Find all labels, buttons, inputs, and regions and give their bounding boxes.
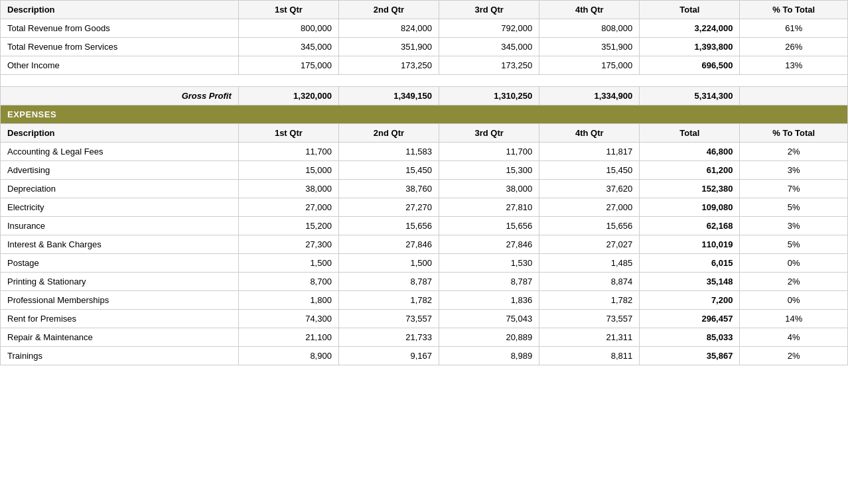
expense-desc: Printing & Stationary — [1, 273, 239, 291]
expense-desc: Rent for Premises — [1, 310, 239, 328]
exp-col-q1: 1st Qtr — [238, 124, 338, 143]
expense-q4: 1,782 — [539, 291, 640, 310]
revenue-q4: 808,000 — [539, 19, 640, 38]
revenue-pct: 13% — [740, 56, 848, 75]
expense-desc: Postage — [1, 254, 239, 273]
profit-loss-table: Description 1st Qtr 2nd Qtr 3rd Qtr 4th … — [0, 0, 848, 365]
expense-q3: 15,656 — [439, 217, 539, 235]
gross-profit-q1: 1,320,000 — [238, 87, 338, 105]
expense-q1: 74,300 — [238, 310, 338, 328]
expense-total: 7,200 — [640, 291, 740, 310]
expense-q1: 8,700 — [238, 273, 338, 291]
expense-q1: 15,000 — [238, 161, 338, 180]
revenue-header-row: Description 1st Qtr 2nd Qtr 3rd Qtr 4th … — [1, 1, 848, 19]
expense-row: Rent for Premises 74,300 73,557 75,043 7… — [1, 310, 848, 328]
gross-profit-row: Gross Profit 1,320,000 1,349,150 1,310,2… — [1, 87, 848, 105]
financial-table: Description 1st Qtr 2nd Qtr 3rd Qtr 4th … — [0, 0, 848, 365]
expense-pct: 3% — [740, 161, 848, 180]
expense-desc: Electricity — [1, 198, 239, 217]
expense-q1: 11,700 — [238, 143, 338, 161]
expense-q4: 8,811 — [539, 347, 640, 365]
gross-profit-label: Gross Profit — [1, 87, 239, 105]
expense-row: Electricity 27,000 27,270 27,810 27,000 … — [1, 198, 848, 217]
expense-q4: 21,311 — [539, 328, 640, 347]
expenses-header-row: Description 1st Qtr 2nd Qtr 3rd Qtr 4th … — [1, 124, 848, 143]
expense-pct: 0% — [740, 254, 848, 273]
expense-q2: 1,500 — [338, 254, 439, 273]
expenses-section-header: EXPENSES — [1, 105, 848, 124]
col-q4: 4th Qtr — [539, 1, 640, 19]
revenue-q3: 173,250 — [439, 56, 539, 75]
expense-desc: Professional Memberships — [1, 291, 239, 310]
expense-q3: 8,989 — [439, 347, 539, 365]
expense-total: 35,148 — [640, 273, 740, 291]
expense-desc: Accounting & Legal Fees — [1, 143, 239, 161]
revenue-row: Other Income 175,000 173,250 173,250 175… — [1, 56, 848, 75]
revenue-q3: 792,000 — [439, 19, 539, 38]
expense-total: 62,168 — [640, 217, 740, 235]
expense-row: Professional Memberships 1,800 1,782 1,8… — [1, 291, 848, 310]
expense-desc: Advertising — [1, 161, 239, 180]
empty-row — [1, 75, 848, 87]
expense-total: 85,033 — [640, 328, 740, 347]
gross-profit-pct — [740, 87, 848, 105]
revenue-desc: Total Revenue from Goods — [1, 19, 239, 38]
expense-q4: 11,817 — [539, 143, 640, 161]
expense-total: 46,800 — [640, 143, 740, 161]
expense-total: 152,380 — [640, 180, 740, 198]
expenses-label: EXPENSES — [1, 105, 848, 124]
revenue-q4: 175,000 — [539, 56, 640, 75]
expense-q2: 15,450 — [338, 161, 439, 180]
expense-q2: 27,846 — [338, 235, 439, 254]
expense-q4: 27,000 — [539, 198, 640, 217]
expense-q2: 21,733 — [338, 328, 439, 347]
expense-q2: 73,557 — [338, 310, 439, 328]
exp-col-pct: % To Total — [740, 124, 848, 143]
expense-pct: 4% — [740, 328, 848, 347]
expense-q4: 37,620 — [539, 180, 640, 198]
expense-q4: 15,450 — [539, 161, 640, 180]
expense-q2: 38,760 — [338, 180, 439, 198]
expense-total: 61,200 — [640, 161, 740, 180]
expense-q3: 27,846 — [439, 235, 539, 254]
revenue-pct: 61% — [740, 19, 848, 38]
expense-q3: 11,700 — [439, 143, 539, 161]
expense-total: 6,015 — [640, 254, 740, 273]
expense-q1: 8,900 — [238, 347, 338, 365]
exp-col-q2: 2nd Qtr — [338, 124, 439, 143]
expense-row: Depreciation 38,000 38,760 38,000 37,620… — [1, 180, 848, 198]
revenue-section: Total Revenue from Goods 800,000 824,000… — [1, 19, 848, 75]
exp-col-q3: 3rd Qtr — [439, 124, 539, 143]
exp-col-total: Total — [640, 124, 740, 143]
expense-pct: 2% — [740, 143, 848, 161]
expense-pct: 2% — [740, 273, 848, 291]
expense-desc: Insurance — [1, 217, 239, 235]
expense-row: Interest & Bank Charges 27,300 27,846 27… — [1, 235, 848, 254]
gross-profit-section: Gross Profit 1,320,000 1,349,150 1,310,2… — [1, 87, 848, 105]
revenue-q1: 800,000 — [238, 19, 338, 38]
expense-q2: 1,782 — [338, 291, 439, 310]
expense-pct: 0% — [740, 291, 848, 310]
revenue-q2: 824,000 — [338, 19, 439, 38]
expense-pct: 5% — [740, 198, 848, 217]
col-q1: 1st Qtr — [238, 1, 338, 19]
revenue-q2: 173,250 — [338, 56, 439, 75]
revenue-row: Total Revenue from Goods 800,000 824,000… — [1, 19, 848, 38]
expense-q4: 73,557 — [539, 310, 640, 328]
revenue-pct: 26% — [740, 38, 848, 56]
expense-q1: 1,800 — [238, 291, 338, 310]
revenue-desc: Total Revenue from Services — [1, 38, 239, 56]
expense-total: 109,080 — [640, 198, 740, 217]
revenue-q1: 345,000 — [238, 38, 338, 56]
expense-total: 110,019 — [640, 235, 740, 254]
expense-q2: 27,270 — [338, 198, 439, 217]
expense-total: 296,457 — [640, 310, 740, 328]
revenue-row: Total Revenue from Services 345,000 351,… — [1, 38, 848, 56]
gross-profit-q3: 1,310,250 — [439, 87, 539, 105]
expense-row: Trainings 8,900 9,167 8,989 8,811 35,867… — [1, 347, 848, 365]
col-description: Description — [1, 1, 239, 19]
expense-q3: 1,530 — [439, 254, 539, 273]
revenue-total: 696,500 — [640, 56, 740, 75]
revenue-total: 3,224,000 — [640, 19, 740, 38]
expense-q2: 15,656 — [338, 217, 439, 235]
